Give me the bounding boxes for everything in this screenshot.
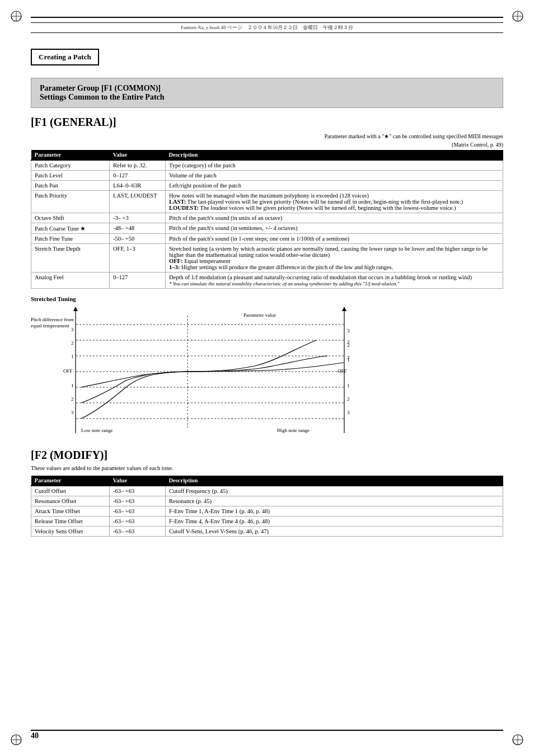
col-header-description: Description	[166, 150, 503, 160]
table1-cell-1-0: Patch Level	[31, 171, 110, 181]
note-line1: Parameter marked with a "★" can be contr…	[31, 133, 503, 139]
table1-cell-5-0: Patch Coarse Tune ★	[31, 223, 110, 234]
table1-cell-0-0: Patch Category	[31, 160, 110, 171]
col2-header-value: Value	[110, 476, 166, 486]
table1-cell-2-2: Left/right position of the patch	[166, 181, 503, 191]
table1-cell-2-0: Patch Pan	[31, 181, 110, 191]
svg-text:3: 3	[71, 410, 74, 415]
table1-cell-4-0: Octave Shift	[31, 213, 110, 223]
col-header-value: Value	[110, 150, 166, 160]
table1-cell-0-1: Refer to p. 32.	[110, 160, 166, 171]
table2-cell-0-0: Cutoff Offset	[31, 486, 110, 496]
svg-text:Parameter value: Parameter value	[243, 312, 276, 318]
table2-cell-0-2: Cutoff Frequency (p. 45)	[166, 486, 503, 496]
table1-cell-6-1: -50– +50	[110, 234, 166, 244]
table1-cell-1-1: 0–127	[110, 171, 166, 181]
table2-cell-2-0: Attack Time Offset	[31, 506, 110, 516]
table1-cell-0-2: Type (category) of the patch	[166, 160, 503, 171]
reg-mark-tl	[10, 10, 22, 22]
table1-cell-4-2: Pitch of the patch's sound (in units of …	[166, 213, 503, 223]
table1: Parameter Value Description Patch Catego…	[31, 150, 503, 289]
top-border	[31, 17, 503, 18]
param-group-box: Parameter Group [F1 (COMMON)] Settings C…	[31, 78, 503, 108]
param-group-title2: Settings Common to the Entire Patch	[40, 93, 494, 102]
page: Fantom-Xa_e.book 40 ページ ２００４年10月２２日 金曜日 …	[0, 0, 534, 756]
svg-text:3: 3	[347, 328, 350, 334]
reg-mark-br	[512, 734, 524, 746]
table2-cell-1-2: Resonance (p. 45)	[166, 496, 503, 506]
table2-cell-4-2: Cutoff V-Sens, Level V-Sens (p. 46, p. 4…	[166, 527, 503, 537]
reg-mark-tr	[512, 10, 524, 22]
stretch-tuning-label: Stretched Tuning	[31, 295, 503, 302]
svg-text:equal temperament: equal temperament	[31, 323, 69, 328]
table2: Parameter Value Description Cutoff Offse…	[31, 476, 503, 537]
table1-cell-1-2: Volume of the patch	[166, 171, 503, 181]
table2-cell-2-1: -63– +63	[110, 506, 166, 516]
param-group-title1: Parameter Group [F1 (COMMON)]	[40, 84, 494, 93]
f2-heading: [F2 (MODIFY)]	[31, 449, 503, 462]
table1-cell-7-0: Stretch Tune Depth	[31, 244, 110, 273]
reg-mark-bl	[10, 734, 22, 746]
table1-cell-6-2: Pitch of the patch's sound (in 1-cent st…	[166, 234, 503, 244]
table2-cell-0-1: -63– +63	[110, 486, 166, 496]
table2-cell-2-2: F-Env Time 1, A-Env Time 1 (p. 46, p. 48…	[166, 506, 503, 516]
table2-cell-3-2: F-Env Time 4, A-Env Time 4 (p. 46, p. 48…	[166, 516, 503, 527]
table2-cell-4-0: Velocity Sens Offset	[31, 527, 110, 537]
svg-text:OFF: OFF	[63, 368, 73, 374]
table2-cell-3-0: Release Time Offset	[31, 516, 110, 527]
svg-text:2: 2	[71, 340, 74, 346]
note-line2: (Matrix Control, p. 49)	[31, 142, 503, 148]
table1-cell-2-1: L64–0–63R	[110, 181, 166, 191]
table2-cell-3-1: -63– +63	[110, 516, 166, 527]
table1-cell-3-2: How notes will be managed when the maxim…	[166, 191, 503, 213]
svg-text:Pitch difference from: Pitch difference from	[31, 317, 74, 322]
table1-cell-3-1: LAST, LOUDEST	[110, 191, 166, 213]
svg-text:1: 1	[347, 357, 350, 363]
svg-text:2: 2	[71, 396, 74, 402]
table1-cell-8-0: Analog Feel	[31, 273, 110, 289]
section-title: Creating a Patch	[31, 49, 99, 65]
table1-cell-8-2: Depth of 1/f modulation (a pleasant and …	[166, 273, 503, 289]
table1-cell-3-0: Patch Priority	[31, 191, 110, 213]
svg-text:1: 1	[71, 383, 74, 388]
svg-marker-15	[73, 307, 78, 311]
bottom-line	[31, 730, 503, 731]
f1-heading: [F1 (GENERAL)]	[31, 116, 503, 129]
svg-marker-33	[342, 307, 346, 311]
table1-cell-5-1: -48– +48	[110, 223, 166, 234]
col2-header-description: Description	[166, 476, 503, 486]
page-number: 40	[31, 731, 39, 740]
svg-text:3: 3	[71, 327, 74, 332]
svg-text:1: 1	[71, 354, 74, 359]
f2-subtitle: These values are added to the parameter …	[31, 465, 503, 471]
table2-cell-4-1: -63– +63	[110, 527, 166, 537]
table2-cell-1-1: -63– +63	[110, 496, 166, 506]
col2-header-parameter: Parameter	[31, 476, 110, 486]
svg-text:OFF: OFF	[338, 368, 347, 374]
table1-cell-6-0: Patch Fine Tune	[31, 234, 110, 244]
table1-cell-7-1: OFF, 1–3	[110, 244, 166, 273]
svg-text:1: 1	[347, 383, 350, 388]
table1-cell-5-2: Pitch of the patch's sound (in semitones…	[166, 223, 503, 234]
svg-text:High note range: High note range	[277, 428, 310, 433]
svg-text:3: 3	[347, 410, 350, 415]
table2-cell-1-0: Resonance Offset	[31, 496, 110, 506]
stretch-tuning-chart: Pitch difference from equal temperament …	[31, 304, 503, 439]
svg-text:Low note range: Low note range	[81, 428, 113, 433]
table1-cell-8-1: 0–127	[110, 273, 166, 289]
svg-text:2: 2	[347, 396, 350, 402]
col-header-parameter: Parameter	[31, 150, 110, 160]
header-line: Fantom-Xa_e.book 40 ページ ２００４年10月２２日 金曜日 …	[31, 22, 503, 33]
svg-text:2: 2	[347, 342, 350, 348]
table1-cell-4-1: -3– +3	[110, 213, 166, 223]
table1-cell-7-2: Stretched tuning (a system by which acou…	[166, 244, 503, 273]
